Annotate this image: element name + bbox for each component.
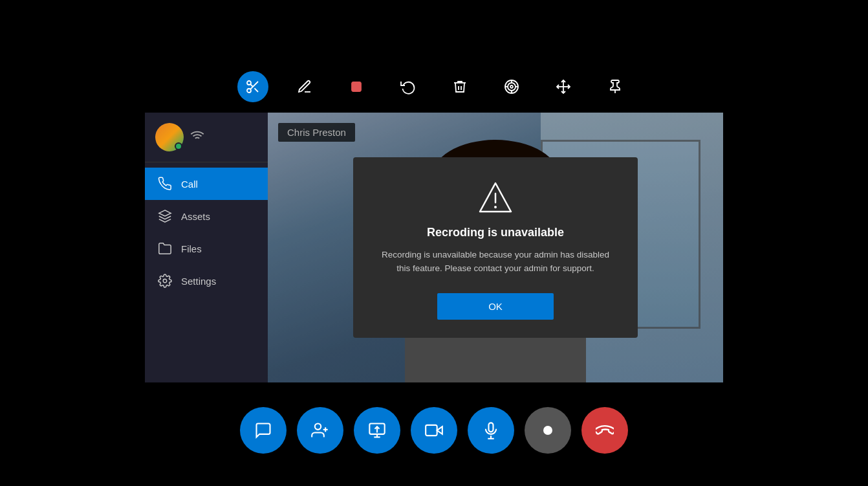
end-call-button[interactable] (581, 407, 628, 454)
warning-icon (479, 181, 512, 214)
sidebar-item-assets-label: Assets (181, 211, 210, 222)
svg-point-7 (508, 83, 515, 91)
record-button[interactable] (341, 71, 372, 102)
svg-rect-5 (352, 82, 361, 91)
sidebar-item-files-label: Files (181, 243, 202, 254)
svg-point-21 (315, 424, 321, 430)
move-button[interactable] (548, 71, 579, 102)
undo-button[interactable] (393, 71, 424, 102)
screen-share-button[interactable] (354, 407, 400, 454)
svg-point-1 (247, 89, 251, 93)
sidebar-profile (145, 113, 268, 162)
dialog-overlay: Recroding is unavailable Recording is un… (268, 113, 723, 382)
svg-rect-28 (426, 425, 437, 436)
bottom-controls (240, 407, 628, 454)
svg-point-0 (247, 81, 251, 85)
sidebar-item-assets[interactable]: Assets (145, 200, 268, 232)
pin-button[interactable] (600, 71, 631, 102)
more-button[interactable] (525, 407, 571, 454)
dialog-message: Recording is unavailable because your ad… (374, 249, 617, 275)
dialog-ok-button[interactable]: OK (437, 293, 554, 320)
svg-line-4 (250, 84, 253, 87)
svg-point-17 (163, 279, 167, 283)
sidebar-item-call-label: Call (181, 179, 198, 190)
chat-button[interactable] (240, 407, 287, 454)
target-button[interactable] (496, 71, 527, 102)
avatar (155, 123, 184, 151)
svg-line-3 (254, 88, 258, 92)
top-toolbar (237, 71, 631, 102)
microphone-button[interactable] (468, 407, 514, 454)
sidebar: Call Assets Files Settings (145, 113, 268, 382)
main-area: Call Assets Files Settings (145, 113, 723, 382)
add-person-button[interactable] (297, 407, 343, 454)
sidebar-item-settings[interactable]: Settings (145, 265, 268, 297)
svg-point-8 (510, 85, 513, 88)
pen-button[interactable] (289, 71, 320, 102)
camera-button[interactable] (411, 407, 457, 454)
sidebar-item-files[interactable]: Files (145, 232, 268, 265)
svg-rect-29 (489, 423, 494, 432)
sidebar-item-settings-label: Settings (181, 276, 216, 287)
delete-button[interactable] (444, 71, 475, 102)
scissors-button[interactable] (237, 71, 268, 102)
dialog-title: Recroding is unavailable (374, 226, 617, 239)
sidebar-item-call[interactable]: Call (145, 168, 268, 200)
sidebar-nav: Call Assets Files Settings (145, 162, 268, 382)
online-status-badge (175, 142, 182, 150)
wifi-icon (190, 129, 204, 146)
video-area: Chris Preston Recroding is unavailable R… (268, 113, 723, 382)
svg-point-20 (494, 206, 497, 208)
recording-unavailable-dialog: Recroding is unavailable Recording is un… (353, 157, 638, 338)
